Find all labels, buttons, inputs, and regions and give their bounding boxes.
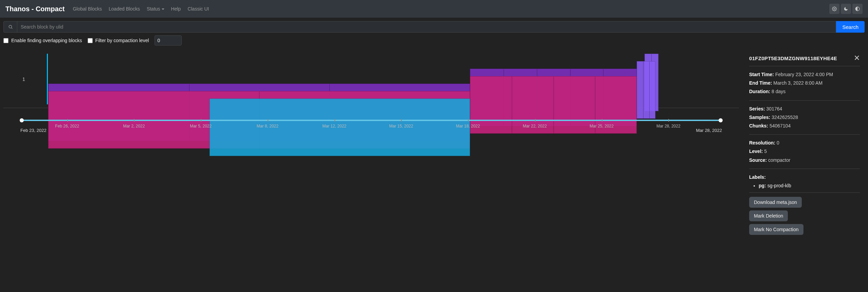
nav-status[interactable]: Status [147, 6, 164, 12]
controls-row: Enable finding overlapping blocks Filter… [0, 35, 868, 49]
tick-mark [268, 119, 268, 122]
tick-mark [468, 119, 469, 122]
tick-mark [334, 119, 335, 122]
slider-handle-start[interactable] [20, 118, 24, 122]
labels-label: Labels: [749, 174, 766, 180]
label-key: pg: [759, 183, 766, 188]
chart-area: 1 Feb 26, 2022Mar 2, 2022Mar 5, 2022Mar … [0, 49, 742, 292]
nav-global-blocks[interactable]: Global Blocks [73, 6, 102, 12]
end-time-value: March 3, 2022 8:00 AM [773, 80, 822, 86]
resolution-value: 0 [777, 140, 779, 145]
range-start-label: Feb 23, 2022 [20, 128, 47, 133]
tick-label: Mar 5, 2022 [190, 124, 212, 128]
mark-no-compaction-button[interactable]: Mark No Compaction [749, 224, 803, 235]
tick-label: Mar 28, 2022 [656, 124, 681, 128]
filter-level-checkbox[interactable]: Filter by compaction level [88, 38, 149, 43]
tick-label: Mar 22, 2022 [523, 124, 547, 128]
nav-right [829, 4, 863, 14]
tick-label: Mar 18, 2022 [456, 124, 480, 128]
start-time-value: February 23, 2022 4:00 PM [775, 72, 833, 77]
svg-point-0 [834, 8, 835, 10]
search-input[interactable] [17, 21, 836, 33]
moon-icon[interactable] [841, 4, 851, 14]
range-end-label: Mar 28, 2022 [696, 128, 722, 133]
duration-value: 8 days [772, 89, 785, 94]
block-ulid: 01FZ0PT5E3DMZGNW9118EYHE4E [749, 55, 837, 61]
end-time-label: End Time: [749, 80, 772, 86]
filter-level-label: Filter by compaction level [95, 38, 149, 43]
nav-links: Global Blocks Loaded Blocks Status Help … [73, 6, 821, 12]
start-time-label: Start Time: [749, 72, 774, 77]
level-value: 5 [764, 149, 767, 154]
settings-icon[interactable] [829, 4, 839, 14]
svg-line-3 [11, 28, 12, 29]
enable-overlap-label: Enable finding overlapping blocks [11, 38, 82, 43]
tick-mark [134, 119, 134, 122]
enable-overlap-checkbox[interactable]: Enable finding overlapping blocks [3, 38, 82, 43]
search-icon [3, 21, 17, 33]
svg-point-2 [9, 25, 12, 28]
contrast-icon[interactable] [852, 4, 863, 14]
chart-row: 1 [3, 50, 739, 108]
search-button[interactable]: Search [836, 21, 865, 33]
y-axis-label: 1 [3, 76, 44, 82]
duration-label: Duration: [749, 89, 770, 94]
current-time-indicator [47, 54, 48, 104]
tick-label: Mar 12, 2022 [322, 124, 346, 128]
samples-label: Samples: [749, 115, 770, 120]
nav-classic-ui[interactable]: Classic UI [187, 6, 209, 12]
search-row: Search [0, 18, 868, 35]
block-segment[interactable] [637, 61, 655, 119]
tick-mark [201, 119, 201, 122]
tick-mark [535, 119, 536, 122]
slider-track [20, 120, 722, 121]
label-item: pg: sg-prod-klb [759, 183, 860, 188]
main: 1 Feb 26, 2022Mar 2, 2022Mar 5, 2022Mar … [0, 49, 868, 292]
tick-mark [401, 119, 402, 122]
slider-handle-end[interactable] [719, 118, 723, 122]
resolution-label: Resolution: [749, 140, 775, 145]
tick-label: Mar 8, 2022 [257, 124, 278, 128]
tick-label: Mar 2, 2022 [123, 124, 145, 128]
label-value: sg-prod-klb [767, 183, 791, 188]
tick-label: Mar 15, 2022 [389, 124, 413, 128]
nav-loaded-blocks[interactable]: Loaded Blocks [109, 6, 140, 12]
brand: Thanos - Compact [5, 5, 65, 13]
series-value: 301764 [766, 106, 782, 111]
nav-help[interactable]: Help [171, 6, 181, 12]
navbar: Thanos - Compact Global Blocks Loaded Bl… [0, 0, 868, 18]
samples-value: 3242625528 [772, 115, 798, 120]
compaction-level-input[interactable] [155, 35, 182, 46]
tick-mark [602, 119, 602, 122]
series-label: Series: [749, 106, 765, 111]
tick-label: Feb 26, 2022 [55, 124, 79, 128]
source-value: compactor [768, 157, 790, 163]
tick-mark [668, 119, 669, 122]
mark-deletion-button[interactable]: Mark Deletion [749, 210, 788, 221]
block-details-panel: 01FZ0PT5E3DMZGNW9118EYHE4E ✕ Start Time:… [742, 49, 868, 292]
chunks-label: Chunks: [749, 123, 768, 128]
chunks-value: 54067104 [770, 123, 791, 128]
time-slider[interactable]: Feb 26, 2022Mar 2, 2022Mar 5, 2022Mar 8,… [3, 114, 739, 131]
tick-mark [67, 119, 68, 122]
tick-label: Mar 25, 2022 [590, 124, 614, 128]
download-meta-button[interactable]: Download meta.json [749, 197, 802, 208]
tracks-container [44, 50, 739, 108]
close-icon[interactable]: ✕ [854, 54, 860, 62]
source-label: Source: [749, 157, 767, 163]
level-label: Level: [749, 149, 763, 154]
